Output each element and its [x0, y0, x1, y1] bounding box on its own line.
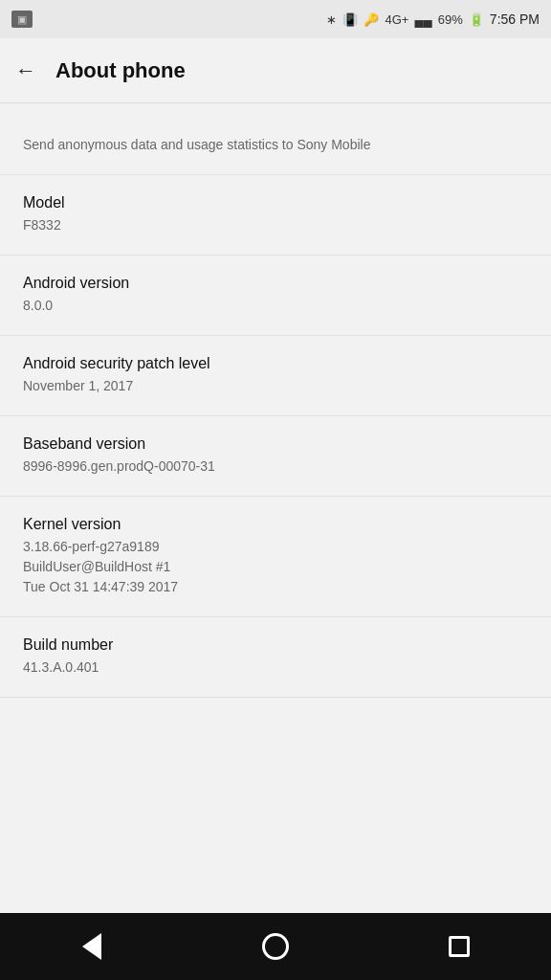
- vibrate-icon: 📳: [342, 12, 358, 27]
- battery-level: 69%: [438, 12, 463, 27]
- key-icon: 🔑: [364, 12, 379, 27]
- usage-statistics-section: Send anonymous data and usage statistics…: [0, 103, 551, 175]
- build-number-label: Build number: [23, 636, 528, 654]
- model-section: Model F8332: [0, 175, 551, 256]
- home-nav-button[interactable]: [247, 918, 304, 975]
- status-bar-right: ∗ 📳 🔑 4G+ ▄▄ 69% 🔋 7:56 PM: [326, 11, 540, 27]
- model-label: Model: [23, 194, 528, 212]
- status-bar-left: ▣: [11, 11, 33, 28]
- baseband-label: Baseband version: [23, 435, 528, 453]
- security-patch-section: Android security patch level November 1,…: [0, 336, 551, 416]
- photo-icon: ▣: [11, 11, 33, 28]
- security-patch-label: Android security patch level: [23, 355, 528, 372]
- usage-statistics-description: Send anonymous data and usage statistics…: [23, 136, 528, 155]
- bluetooth-icon: ∗: [326, 12, 337, 27]
- 4g-icon: 4G+: [385, 12, 408, 27]
- status-time: 7:56 PM: [490, 11, 540, 27]
- kernel-label: Kernel version: [23, 516, 528, 533]
- baseband-section: Baseband version 8996-8996.gen.prodQ-000…: [0, 416, 551, 497]
- recents-nav-button[interactable]: [430, 918, 488, 975]
- android-version-label: Android version: [23, 275, 528, 292]
- security-patch-value: November 1, 2017: [23, 376, 528, 396]
- page-title: About phone: [55, 58, 186, 83]
- build-number-section: Build number 41.3.A.0.401: [0, 617, 551, 698]
- app-bar: ← About phone: [0, 38, 551, 103]
- back-nav-icon: [82, 933, 101, 960]
- status-bar: ▣ ∗ 📳 🔑 4G+ ▄▄ 69% 🔋 7:56 PM: [0, 0, 551, 38]
- back-nav-button[interactable]: [63, 918, 121, 975]
- navigation-bar: [0, 913, 551, 980]
- home-nav-icon: [262, 933, 289, 960]
- recents-nav-icon: [449, 936, 470, 957]
- usage-statistics-title: [23, 115, 528, 132]
- kernel-section: Kernel version 3.18.66-perf-g27a9189 Bui…: [0, 497, 551, 617]
- build-number-value: 41.3.A.0.401: [23, 657, 528, 678]
- signal-icon: ▄▄: [414, 12, 431, 27]
- model-value: F8332: [23, 215, 528, 235]
- android-version-value: 8.0.0: [23, 296, 528, 316]
- back-button[interactable]: ←: [15, 58, 36, 83]
- content-area: Send anonymous data and usage statistics…: [0, 103, 551, 913]
- battery-icon: 🔋: [469, 12, 484, 27]
- baseband-value: 8996-8996.gen.prodQ-00070-31: [23, 457, 528, 477]
- android-version-section: Android version 8.0.0: [0, 256, 551, 336]
- kernel-value: 3.18.66-perf-g27a9189 BuildUser@BuildHos…: [23, 537, 528, 597]
